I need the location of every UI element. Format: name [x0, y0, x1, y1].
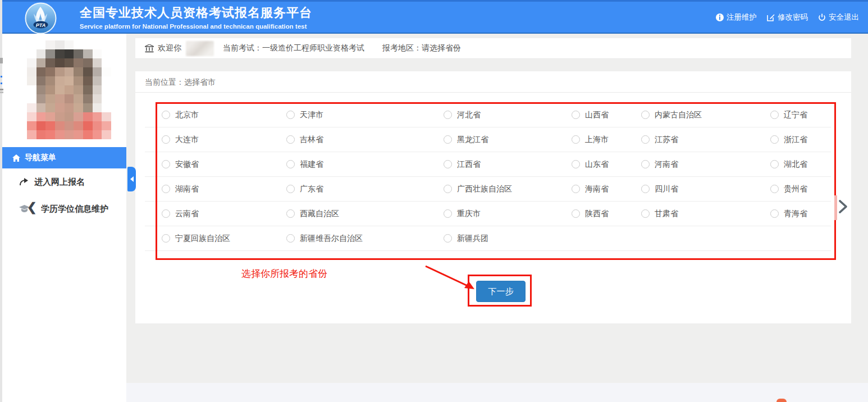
pta-logo-icon: PTA: [25, 2, 57, 34]
radio-icon[interactable]: [162, 160, 170, 168]
radio-icon[interactable]: [444, 160, 452, 168]
province-label: 四川省: [655, 184, 678, 194]
radio-icon[interactable]: [572, 111, 580, 119]
annotation-hint-text: 选择你所报考的省份: [241, 267, 327, 280]
current-exam-label: 当前考试：一级造价工程师职业资格考试: [223, 43, 364, 53]
province-option[interactable]: 河北省: [427, 103, 555, 127]
footer-strip: [0, 383, 868, 402]
province-label: 重庆市: [457, 209, 481, 219]
radio-icon[interactable]: [641, 185, 650, 193]
province-option[interactable]: 湖北省: [753, 152, 831, 177]
next-page-chevron-icon[interactable]: [838, 199, 849, 214]
radio-icon[interactable]: [444, 234, 452, 243]
province-option[interactable]: 广西壮族自治区: [427, 177, 555, 202]
province-label: 北京市: [175, 110, 199, 120]
radio-icon[interactable]: [641, 135, 650, 144]
radio-icon[interactable]: [770, 185, 779, 193]
radio-icon[interactable]: [286, 160, 295, 168]
change-password-link[interactable]: 修改密码: [767, 12, 808, 22]
radio-icon[interactable]: [286, 111, 295, 119]
province-label: 江西省: [457, 159, 481, 170]
province-label: 甘肃省: [655, 209, 678, 219]
province-option[interactable]: 青海省: [753, 202, 831, 226]
power-icon: [818, 13, 826, 21]
radio-icon[interactable]: [770, 209, 779, 218]
province-option[interactable]: 甘肃省: [624, 202, 753, 226]
info-icon: [716, 13, 724, 21]
province-option[interactable]: 辽宁省: [753, 103, 831, 127]
province-label: 黑龙江省: [457, 135, 488, 145]
radio-icon[interactable]: [162, 185, 170, 193]
province-option[interactable]: 湖南省: [145, 177, 269, 202]
province-label: 广东省: [300, 184, 323, 194]
radio-icon[interactable]: [572, 185, 580, 193]
province-option[interactable]: 安徽省: [145, 152, 269, 177]
radio-icon[interactable]: [286, 185, 295, 193]
home-icon: [12, 154, 20, 162]
sidebar-item-education-info[interactable]: ❮ 学历学位信息维护: [2, 202, 126, 216]
sidebar-collapse-handle[interactable]: [127, 167, 136, 191]
radio-icon[interactable]: [641, 160, 650, 168]
safe-logout-link[interactable]: 安全退出: [818, 12, 859, 22]
province-label: 新疆维吾尔自治区: [300, 234, 363, 244]
radio-icon[interactable]: [162, 135, 170, 144]
edge-artifact: [1, 83, 2, 84]
province-label: 云南省: [175, 209, 199, 219]
province-option[interactable]: 重庆市: [427, 202, 555, 226]
radio-icon[interactable]: [770, 135, 779, 144]
province-option[interactable]: 浙江省: [753, 127, 831, 152]
province-option[interactable]: 西藏自治区: [269, 202, 427, 226]
radio-icon[interactable]: [286, 135, 295, 144]
sidebar-item-online-registration[interactable]: 进入网上报名: [2, 175, 126, 189]
edit-icon: [767, 13, 775, 21]
province-option[interactable]: 四川省: [624, 177, 753, 202]
radio-icon[interactable]: [444, 185, 452, 193]
province-option[interactable]: 北京市: [145, 103, 269, 127]
province-label: 河北省: [457, 110, 481, 120]
radio-icon[interactable]: [641, 111, 650, 119]
province-option[interactable]: 山西省: [555, 103, 624, 127]
province-option[interactable]: 新疆维吾尔自治区: [269, 226, 427, 251]
province-option[interactable]: 大连市: [145, 127, 269, 152]
province-option[interactable]: 江苏省: [624, 127, 753, 152]
radio-icon[interactable]: [770, 111, 779, 119]
radio-icon[interactable]: [286, 209, 295, 218]
radio-icon[interactable]: [444, 111, 452, 119]
registration-maintenance-link[interactable]: 注册维护: [716, 12, 757, 22]
radio-icon[interactable]: [444, 209, 452, 218]
province-option[interactable]: 天津市: [269, 103, 427, 127]
bank-icon: [145, 44, 154, 53]
radio-icon[interactable]: [286, 234, 295, 243]
redo-arrow-icon: [19, 178, 29, 186]
province-option[interactable]: 新疆兵团: [427, 226, 555, 251]
province-option[interactable]: 江西省: [427, 152, 555, 177]
province-option[interactable]: 陕西省: [555, 202, 624, 226]
radio-icon[interactable]: [162, 209, 170, 218]
province-option[interactable]: 上海市: [555, 127, 624, 152]
province-option[interactable]: 贵州省: [753, 177, 831, 202]
radio-icon[interactable]: [641, 209, 650, 218]
province-option[interactable]: 福建省: [269, 152, 427, 177]
province-option[interactable]: 宁夏回族自治区: [145, 226, 269, 251]
province-label: 青海省: [784, 209, 807, 219]
province-option[interactable]: 吉林省: [269, 127, 427, 152]
province-option[interactable]: 云南省: [145, 202, 269, 226]
province-option[interactable]: 河南省: [624, 152, 753, 177]
radio-icon[interactable]: [572, 160, 580, 168]
radio-icon[interactable]: [162, 111, 170, 119]
province-option[interactable]: 山东省: [555, 152, 624, 177]
radio-icon[interactable]: [162, 234, 170, 243]
province-label: 山西省: [585, 110, 609, 120]
province-option[interactable]: 海南省: [555, 177, 624, 202]
welcome-bar: 欢迎你 当前考试：一级造价工程师职业资格考试 报考地区：请选择省份: [135, 38, 851, 59]
province-label: 西藏自治区: [300, 209, 339, 219]
radio-icon[interactable]: [572, 209, 580, 218]
radio-icon[interactable]: [572, 135, 580, 144]
radio-icon[interactable]: [444, 135, 452, 144]
annotation-arrow: [416, 262, 489, 302]
province-option[interactable]: 内蒙古自治区: [624, 103, 753, 127]
back-to-top-sliver[interactable]: [776, 399, 787, 402]
province-option[interactable]: 黑龙江省: [427, 127, 555, 152]
province-option[interactable]: 广东省: [269, 177, 427, 202]
radio-icon[interactable]: [770, 160, 779, 168]
